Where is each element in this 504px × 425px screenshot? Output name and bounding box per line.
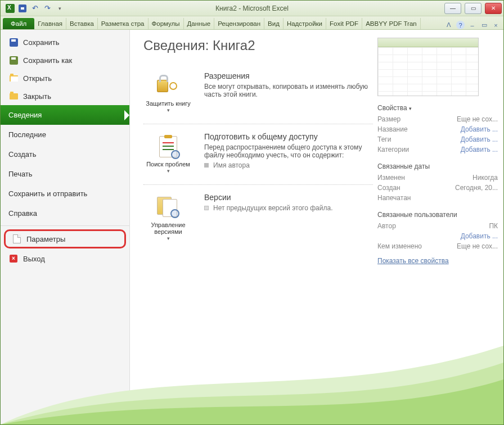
redo-icon[interactable]: ↷	[42, 3, 52, 13]
ribbon-tabs: Файл Главная Вставка Разметка стра Форму…	[1, 16, 503, 30]
tab-page-layout[interactable]: Разметка стра	[98, 18, 148, 29]
save-icon[interactable]	[17, 3, 28, 13]
prop-row-author: АвторПК	[377, 221, 498, 231]
prop-row-size: РазмерЕще не сох...	[377, 114, 498, 124]
folder-open-icon	[8, 73, 19, 83]
sidebar-item-label: Закрыть	[23, 92, 51, 101]
properties-dropdown[interactable]: Свойства ▾	[377, 104, 498, 112]
button-label: Управление версиями	[145, 221, 191, 235]
sidebar-item-label: Открыть	[23, 74, 52, 83]
prepare-share-section: Поиск проблем ▾ Подготовить к общему дос…	[143, 124, 373, 185]
tab-view[interactable]: Вид	[264, 18, 284, 29]
tab-insert[interactable]: Вставка	[66, 18, 98, 29]
sidebar-item-help[interactable]: Справка	[1, 204, 129, 223]
sidebar-item-label: Выход	[23, 255, 45, 263]
page-title: Сведения: Книга2	[143, 38, 373, 53]
tab-formulas[interactable]: Формулы	[148, 18, 184, 29]
button-label: Защитить книгу	[145, 100, 191, 107]
minimize-button[interactable]: —	[444, 3, 461, 14]
window-title: Книга2 - Microsoft Excel	[215, 4, 289, 12]
sidebar-item-options[interactable]: Параметры	[4, 229, 126, 248]
sidebar-item-open[interactable]: Открыть	[1, 69, 129, 87]
sidebar-item-close[interactable]: Закрыть	[1, 87, 129, 105]
document-thumbnail[interactable]	[377, 38, 479, 96]
versions-section: Управление версиями ▾ Версии Нет предыду…	[143, 185, 373, 252]
folder-icon	[8, 91, 19, 101]
bullet-icon	[204, 163, 209, 168]
sidebar-item-info[interactable]: Сведения	[1, 105, 129, 125]
sidebar-item-new[interactable]: Создать	[1, 144, 129, 164]
section-header: Разрешения	[204, 71, 373, 80]
quick-access-toolbar: ↶ ↷ ▾	[1, 3, 65, 13]
check-issues-button[interactable]: Поиск проблем ▾	[143, 132, 193, 177]
sidebar-item-save[interactable]: Сохранить	[1, 33, 129, 51]
exit-icon: ×	[8, 254, 19, 264]
related-dates-header: Связанные даты	[377, 162, 498, 170]
save-as-icon	[8, 55, 19, 65]
section-text: Нет предыдущих версий этого файла.	[213, 204, 333, 212]
sidebar-item-label: Сведения	[8, 111, 42, 119]
doc-minimize-icon[interactable]: –	[468, 21, 476, 29]
prop-row-categories[interactable]: КатегорииДобавить ...	[377, 144, 498, 155]
file-tab[interactable]: Файл	[3, 18, 34, 29]
titlebar: ↶ ↷ ▾ Книга2 - Microsoft Excel — ▭ ✕	[1, 1, 503, 16]
chevron-down-icon: ▾	[145, 107, 191, 113]
bullet-text: Имя автора	[213, 161, 250, 169]
bullet-item: Нет предыдущих версий этого файла.	[204, 204, 373, 212]
sidebar-separator	[1, 225, 129, 226]
section-header: Версии	[204, 193, 373, 202]
sidebar-item-label: Создать	[8, 150, 36, 159]
sidebar-item-exit[interactable]: ×Выход	[1, 250, 129, 268]
sidebar-item-save-as[interactable]: Сохранить как	[1, 51, 129, 69]
ribbon-minimize-icon[interactable]: ᐱ	[444, 21, 453, 29]
show-all-properties-link[interactable]: Показать все свойства	[377, 257, 449, 265]
bullet-item: Имя автора	[204, 161, 373, 169]
section-text: Перед распространением общего доступа к …	[204, 143, 373, 159]
tab-abbyy[interactable]: ABBYY PDF Tran	[362, 18, 421, 29]
tab-home[interactable]: Главная	[34, 18, 66, 29]
chevron-down-icon: ▾	[145, 236, 191, 241]
lock-icon	[155, 74, 182, 98]
sidebar-item-label: Справка	[8, 209, 37, 218]
tab-foxit[interactable]: Foxit PDF	[326, 18, 362, 29]
sidebar-item-label: Параметры	[26, 235, 65, 243]
sidebar-item-print[interactable]: Печать	[1, 164, 129, 184]
maximize-button[interactable]: ▭	[465, 3, 482, 14]
section-text: Все могут открывать, копировать и изменя…	[204, 83, 373, 98]
prop-row-modified: ИзмененНикогда	[377, 173, 498, 183]
sidebar-item-label: Сохранить и отправить	[8, 189, 87, 198]
options-icon	[12, 234, 22, 244]
prop-row-printed: Напечатан	[377, 193, 498, 203]
section-header: Подготовить к общему доступу	[204, 132, 373, 141]
sidebar-item-label: Последние	[8, 130, 46, 139]
prop-row-tags[interactable]: ТегиДобавить ...	[377, 134, 498, 144]
sidebar-item-label: Сохранить	[23, 38, 60, 47]
prop-row-title[interactable]: НазваниеДобавить ...	[377, 124, 498, 134]
close-button[interactable]: ✕	[485, 3, 502, 14]
versions-icon	[155, 196, 182, 219]
prop-row-created: СозданСегодня, 20...	[377, 183, 498, 193]
excel-icon	[5, 3, 15, 13]
tab-addins[interactable]: Надстройки	[284, 18, 326, 29]
sidebar-item-label: Сохранить как	[23, 56, 72, 65]
help-icon[interactable]: ?	[456, 21, 465, 29]
manage-versions-button[interactable]: Управление версиями ▾	[143, 193, 193, 244]
save-icon	[8, 37, 19, 47]
qat-customize-icon[interactable]: ▾	[55, 3, 65, 13]
backstage-sidebar: Сохранить Сохранить как Открыть Закрыть …	[1, 30, 130, 424]
chevron-down-icon: ▾	[145, 168, 191, 174]
document-icon	[204, 206, 209, 210]
properties-panel: Свойства ▾ РазмерЕще не сох... НазваниеД…	[373, 38, 498, 424]
sidebar-item-recent[interactable]: Последние	[1, 125, 129, 144]
permissions-section: Защитить книгу ▾ Разрешения Все могут от…	[143, 64, 373, 124]
doc-close-icon[interactable]: ×	[492, 21, 500, 29]
sidebar-item-label: Печать	[8, 170, 33, 178]
tab-data[interactable]: Данные	[184, 18, 215, 29]
prop-row-last-modified-by: Кем измененоЕще не сох...	[377, 241, 498, 251]
protect-workbook-button[interactable]: Защитить книгу ▾	[143, 71, 193, 116]
tab-review[interactable]: Рецензирован	[214, 18, 264, 29]
sidebar-item-share[interactable]: Сохранить и отправить	[1, 184, 129, 204]
doc-restore-icon[interactable]: ▭	[480, 21, 488, 29]
undo-icon[interactable]: ↶	[30, 3, 40, 13]
prop-row-add-author[interactable]: Добавить ...	[377, 231, 498, 241]
